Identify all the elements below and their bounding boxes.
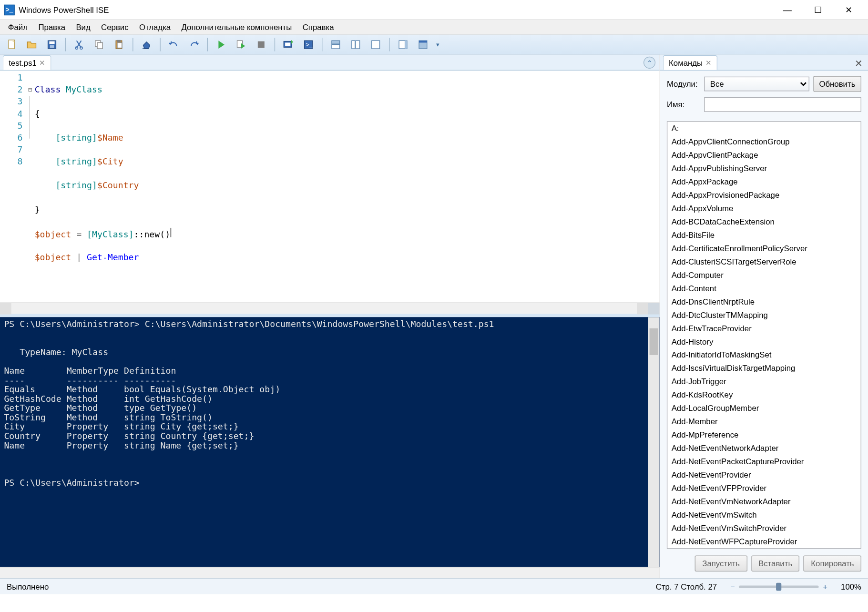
zoom-slider[interactable] <box>739 585 819 588</box>
bottom-horizontal-scrollbar[interactable] <box>0 567 660 578</box>
command-list-item[interactable]: Add-JobTrigger <box>667 375 860 388</box>
command-list-item[interactable]: Add-AppxVolume <box>667 202 860 215</box>
run-script-button[interactable] <box>212 36 230 52</box>
command-list-item[interactable]: Add-AppvPublishingServer <box>667 162 860 175</box>
paste-button[interactable] <box>110 36 129 52</box>
svg-rect-7 <box>97 42 102 49</box>
script-tab-strip: test.ps1 ✕ ⌃ <box>0 55 660 71</box>
save-button[interactable] <box>42 36 61 52</box>
command-list-item[interactable]: Add-DtcClusterTMMapping <box>667 308 860 322</box>
open-file-button[interactable] <box>23 36 41 52</box>
command-list-item[interactable]: Add-MpPreference <box>667 428 860 442</box>
run-selection-button[interactable] <box>232 36 250 52</box>
show-command-window-button[interactable] <box>414 36 432 52</box>
horizontal-splitter[interactable] <box>0 314 660 317</box>
cut-button[interactable] <box>70 36 89 52</box>
stop-button[interactable] <box>252 36 270 52</box>
code-area[interactable]: Class MyClass { [string]$Name [string]$C… <box>35 71 660 302</box>
command-list-item[interactable]: Add-InitiatorIdToMaskingSet <box>667 348 860 362</box>
fold-column: ⊟ <box>25 71 35 302</box>
undo-button[interactable] <box>164 36 183 52</box>
copy-button[interactable] <box>90 36 109 52</box>
commands-tab[interactable]: Команды ✕ <box>663 55 717 70</box>
command-list-item[interactable]: Add-AppvClientPackage <box>667 149 860 162</box>
command-list-item[interactable]: Add-AppvClientConnectionGroup <box>667 135 860 149</box>
clear-console-button[interactable] <box>137 36 156 52</box>
zoom-out-icon[interactable]: − <box>730 582 735 592</box>
command-list-item[interactable]: Add-Content <box>667 282 860 295</box>
editor-horizontal-scrollbar[interactable] <box>0 302 660 314</box>
command-list-item[interactable]: Add-AppxPackage <box>667 175 860 189</box>
close-tab-icon[interactable]: ✕ <box>39 59 45 67</box>
command-list-item[interactable]: Add-LocalGroupMember <box>667 402 860 415</box>
minimize-button[interactable]: — <box>772 0 803 20</box>
modules-select[interactable]: Все <box>704 77 809 92</box>
menubar: Файл Правка Вид Сервис Отладка Дополните… <box>0 20 868 35</box>
command-list-item[interactable]: Add-BCDataCacheExtension <box>667 215 860 228</box>
menu-view[interactable]: Вид <box>71 21 96 33</box>
show-script-max-button[interactable] <box>367 36 385 52</box>
command-list-item[interactable]: Add-DnsClientNrptRule <box>667 295 860 308</box>
command-list-item[interactable]: Add-CertificateEnrollmentPolicyServer <box>667 242 860 255</box>
command-list-item[interactable]: Add-NetEventVmNetworkAdapter <box>667 495 860 508</box>
show-script-top-button[interactable] <box>327 36 345 52</box>
menu-addons[interactable]: Дополнительные компоненты <box>176 21 297 33</box>
close-commands-pane-button[interactable]: ✕ <box>852 57 865 70</box>
command-list-item[interactable]: Add-NetEventNetworkAdapter <box>667 442 860 455</box>
command-list-item[interactable]: Add-NetEventVFPProvider <box>667 481 860 495</box>
insert-command-button[interactable]: Вставить <box>751 556 800 572</box>
command-list-item[interactable]: Add-Member <box>667 415 860 428</box>
refresh-button[interactable]: Обновить <box>813 76 861 92</box>
script-tab[interactable]: test.ps1 ✕ <box>3 55 51 70</box>
command-list-item[interactable]: Add-EtwTraceProvider <box>667 322 860 335</box>
command-list-item[interactable]: A: <box>667 122 860 135</box>
svg-rect-25 <box>419 41 427 42</box>
console-vertical-scrollbar[interactable] <box>648 317 660 567</box>
svg-rect-9 <box>117 40 121 41</box>
menu-debug[interactable]: Отладка <box>134 21 176 33</box>
new-file-button[interactable] <box>3 36 21 52</box>
command-list-item[interactable]: Add-History <box>667 335 860 348</box>
command-list-item[interactable]: Add-NetEventProvider <box>667 468 860 481</box>
menu-help[interactable]: Справка <box>297 21 339 33</box>
svg-rect-12 <box>258 41 265 48</box>
command-list-item[interactable]: Add-NetEventVmSwitchProvider <box>667 521 860 535</box>
script-editor[interactable]: 1 2 3 4 5 6 7 8 ⊟ Class MyClass { [strin… <box>0 71 660 302</box>
copy-command-button[interactable]: Копировать <box>804 556 861 572</box>
toolbar-overflow-button[interactable]: ▾ <box>434 36 442 52</box>
close-commands-tab-icon[interactable]: ✕ <box>705 59 712 67</box>
collapse-script-pane-button[interactable]: ⌃ <box>643 57 655 69</box>
command-list-item[interactable]: Add-NetEventWFPCaptureProvider <box>667 535 860 548</box>
line-gutter: 1 2 3 4 5 6 7 8 <box>0 71 25 302</box>
command-list-item[interactable]: Add-KdsRootKey <box>667 388 860 402</box>
command-list-item[interactable]: Add-ClusteriSCSITargetServerRole <box>667 255 860 268</box>
commands-list[interactable]: A:Add-AppvClientConnectionGroupAdd-AppvC… <box>667 121 861 549</box>
splitter-grip-icon[interactable] <box>648 303 660 315</box>
show-script-right-button[interactable] <box>347 36 365 52</box>
redo-button[interactable] <box>184 36 203 52</box>
close-button[interactable]: ✕ <box>833 0 864 20</box>
menu-tools[interactable]: Сервис <box>96 21 134 33</box>
command-list-item[interactable]: Add-AppxProvisionedPackage <box>667 188 860 202</box>
commands-pane: Команды ✕ ✕ Модули: Все Обновить Имя: A:… <box>660 55 868 578</box>
app-icon: >_ <box>4 4 14 15</box>
command-list-item[interactable]: Add-Computer <box>667 268 860 282</box>
start-powershell-button[interactable]: >_ <box>299 36 317 52</box>
name-input[interactable] <box>704 97 861 112</box>
zoom-level: 100% <box>841 582 861 592</box>
command-list-item[interactable]: Add-NetEventPacketCaptureProvider <box>667 455 860 468</box>
command-list-item[interactable]: Add-IscsiVirtualDiskTargetMapping <box>667 362 860 375</box>
command-list-item[interactable]: Add-NetEventVmSwitch <box>667 508 860 521</box>
svg-rect-19 <box>352 41 355 49</box>
console-pane[interactable]: PS C:\Users\Administrator> C:\Users\Admi… <box>0 317 660 567</box>
svg-rect-17 <box>332 41 340 44</box>
command-list-item[interactable]: Add-BitsFile <box>667 228 860 242</box>
menu-edit[interactable]: Правка <box>33 21 71 33</box>
maximize-button[interactable]: ☐ <box>803 0 833 20</box>
menu-file[interactable]: Файл <box>3 21 33 33</box>
zoom-in-icon[interactable]: + <box>823 582 827 592</box>
svg-rect-20 <box>356 41 359 49</box>
new-remote-tab-button[interactable] <box>279 36 298 52</box>
run-command-button[interactable]: Запустить <box>695 556 747 572</box>
show-command-addon-button[interactable] <box>394 36 412 52</box>
